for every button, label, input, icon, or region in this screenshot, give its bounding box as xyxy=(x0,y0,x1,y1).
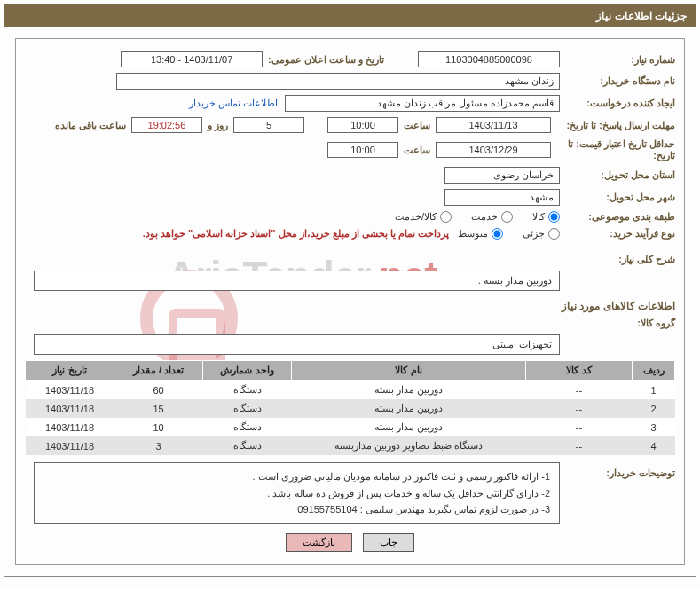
cell-code: -- xyxy=(526,436,633,455)
table-row: 1 -- دوربین مدار بسته دستگاه 60 1403/11/… xyxy=(26,381,675,400)
row-province: استان محل تحویل: خراسان رضوی xyxy=(25,167,675,184)
cell-need-date: 1403/11/18 xyxy=(26,381,114,400)
radio-medium-label: متوسط xyxy=(458,228,488,240)
cell-name: دوربین مدار بسته xyxy=(292,418,526,436)
cell-need-date: 1403/11/18 xyxy=(26,399,114,418)
label-city: شهر محل تحویل: xyxy=(560,192,675,203)
cell-row: 2 xyxy=(633,399,675,418)
row-need-no: شماره نیاز: 1103004885000098 تاریخ و ساع… xyxy=(25,51,675,67)
th-code: کد کالا xyxy=(526,361,633,381)
field-reply-time: 10:00 xyxy=(327,117,398,133)
row-need-summary: شرح کلی نیاز: xyxy=(25,254,675,265)
row-city: شهر محل تحویل: مشهد xyxy=(25,189,675,206)
radio-medium[interactable]: متوسط xyxy=(458,228,503,240)
cell-name: دوربین مدار بسته xyxy=(292,381,526,400)
field-buyer-org: زندان مشهد xyxy=(116,73,560,90)
field-remaining-time: 19:02:56 xyxy=(131,117,202,133)
field-price-validity-date: 1403/12/29 xyxy=(436,142,551,158)
label-need-summary: شرح کلی نیاز: xyxy=(560,254,675,265)
label-goods-group: گروه کالا: xyxy=(560,318,675,329)
note-line-1: 1- ارائه فاکتور رسمی و ثبت فاکتور در سام… xyxy=(43,468,550,485)
radio-goods-service-input[interactable] xyxy=(440,211,452,223)
cell-qty: 3 xyxy=(114,436,203,455)
cell-unit: دستگاه xyxy=(203,418,292,436)
label-remaining: ساعت باقی مانده xyxy=(55,120,126,131)
note-line-2: 2- دارای گارانتی حداقل یک ساله و خدمات پ… xyxy=(43,485,550,502)
field-need-summary: دوربین مدار بسته . xyxy=(34,271,560,291)
radio-group-purchase: جزئی متوسط xyxy=(458,228,560,240)
label-buyer-notes: توضیحات خریدار: xyxy=(560,462,675,479)
th-unit: واحد شمارش xyxy=(203,361,292,381)
table-header-row: ردیف کد کالا نام کالا واحد شمارش تعداد /… xyxy=(26,361,675,381)
field-city: مشهد xyxy=(444,189,560,206)
label-days-and: روز و xyxy=(208,120,228,131)
th-need-date: تاریخ نیاز xyxy=(26,361,114,381)
radio-service-input[interactable] xyxy=(501,211,513,223)
row-buyer-org: نام دستگاه خریدار: زندان مشهد xyxy=(25,73,675,90)
radio-goods-input[interactable] xyxy=(548,211,560,223)
radio-service-label: خدمت xyxy=(471,211,498,223)
label-province: استان محل تحویل: xyxy=(560,169,675,181)
row-price-validity: حداقل تاریخ اعتبار قیمت: تا تاریخ: 1403/… xyxy=(25,138,675,161)
table-row: 3 -- دوربین مدار بسته دستگاه 10 1403/11/… xyxy=(26,418,675,436)
radio-service[interactable]: خدمت xyxy=(471,211,513,223)
table-row: 4 -- دستگاه ضبط تصاویر دوربین مداربسته د… xyxy=(26,436,675,455)
row-purchase-type: نوع فرآیند خرید: جزئی متوسط پرداخت تمام … xyxy=(25,228,675,240)
form-container: AriaTender.net شماره نیاز: 1103004885000… xyxy=(15,38,685,565)
field-price-validity-time: 10:00 xyxy=(327,142,398,158)
items-table: ردیف کد کالا نام کالا واحد شمارش تعداد /… xyxy=(25,360,675,455)
label-hour-1: ساعت xyxy=(404,120,430,131)
label-hour-2: ساعت xyxy=(404,145,430,156)
label-reply-deadline: مهلت ارسال پاسخ: تا تاریخ: xyxy=(551,120,675,131)
section-items-title: اطلاعات کالاهای مورد نیاز xyxy=(25,300,675,312)
cell-code: -- xyxy=(526,399,633,418)
radio-minor-input[interactable] xyxy=(548,228,560,240)
cell-name: دوربین مدار بسته xyxy=(292,399,526,418)
label-purchase-type: نوع فرآیند خرید: xyxy=(560,228,675,240)
label-requester: ایجاد کننده درخواست: xyxy=(560,98,675,109)
row-reply-deadline: مهلت ارسال پاسخ: تا تاریخ: 1403/11/13 سا… xyxy=(25,117,675,133)
radio-group-subject: کالا خدمت کالا/خدمت xyxy=(395,211,560,223)
radio-goods[interactable]: کالا xyxy=(532,211,560,223)
link-buyer-contact[interactable]: اطلاعات تماس خریدار xyxy=(189,98,278,109)
field-announce-dt: 1403/11/07 - 13:40 xyxy=(121,51,263,67)
row-goods-group: گروه کالا: xyxy=(25,318,675,329)
cell-unit: دستگاه xyxy=(203,436,292,455)
field-reply-date: 1403/11/13 xyxy=(436,117,551,133)
field-province: خراسان رضوی xyxy=(444,167,560,184)
cell-qty: 10 xyxy=(114,418,203,436)
field-goods-group: تجهیزات امنیتی xyxy=(34,334,560,355)
panel-header: جزئیات اطلاعات نیاز xyxy=(4,4,696,27)
label-buyer-org: نام دستگاه خریدار: xyxy=(560,75,675,87)
cell-row: 1 xyxy=(633,381,675,400)
cell-row: 3 xyxy=(633,418,675,436)
note-line-3: 3- در صورت لزوم تماس بگیرید مهندس سلیمی … xyxy=(43,501,550,518)
field-requester: قاسم محمدزاده مسئول مراقب زندان مشهد xyxy=(285,95,560,112)
radio-minor[interactable]: جزئی xyxy=(523,228,560,240)
label-subject-class: طبقه بندی موضوعی: xyxy=(560,211,675,223)
label-price-validity: حداقل تاریخ اعتبار قیمت: تا تاریخ: xyxy=(551,138,675,161)
panel-title: جزئیات اطلاعات نیاز xyxy=(596,10,687,22)
label-announce-dt: تاریخ و ساعت اعلان عمومی: xyxy=(268,54,384,66)
radio-goods-service-label: کالا/خدمت xyxy=(395,211,437,223)
print-button[interactable]: چاپ xyxy=(363,533,414,552)
cell-qty: 15 xyxy=(114,399,203,418)
button-row: چاپ بازگشت xyxy=(25,533,675,552)
field-buyer-notes: 1- ارائه فاکتور رسمی و ثبت فاکتور در سام… xyxy=(34,462,560,524)
note-phone: 09155755104 xyxy=(297,501,357,518)
cell-need-date: 1403/11/18 xyxy=(26,418,114,436)
cell-unit: دستگاه xyxy=(203,381,292,400)
cell-qty: 60 xyxy=(114,381,203,400)
field-need-no: 1103004885000098 xyxy=(418,51,560,67)
radio-goods-label: کالا xyxy=(532,211,545,223)
table-row: 2 -- دوربین مدار بسته دستگاه 15 1403/11/… xyxy=(26,399,675,418)
radio-goods-service[interactable]: کالا/خدمت xyxy=(395,211,452,223)
cell-name: دستگاه ضبط تصاویر دوربین مداربسته xyxy=(292,436,526,455)
radio-medium-input[interactable] xyxy=(492,228,503,240)
th-row: ردیف xyxy=(633,361,675,381)
cell-row: 4 xyxy=(633,436,675,455)
row-subject-class: طبقه بندی موضوعی: کالا خدمت کالا/خدمت xyxy=(25,211,675,223)
back-button[interactable]: بازگشت xyxy=(286,533,352,552)
cell-need-date: 1403/11/18 xyxy=(26,436,114,455)
field-remaining-days: 5 xyxy=(233,117,304,133)
